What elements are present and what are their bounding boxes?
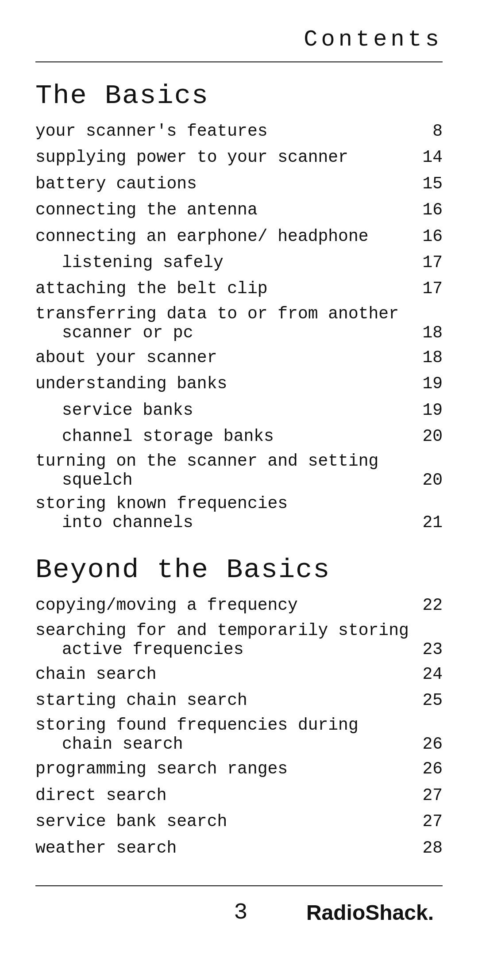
footer: 3 RadioShack. [35,900,443,926]
page-number: 14 [416,146,443,168]
section-heading-basics: The Basics [35,80,443,111]
entry-text: starting chain search [35,689,416,711]
toc-entry-starting-chain-search: starting chain search 25 [35,689,443,711]
entry-text: connecting an earphone/ headphone [35,226,416,247]
page-number: 19 [416,373,443,394]
page-number: 24 [416,663,443,685]
entry-text: supplying power to your scanner [35,146,416,168]
toc-entry: connecting an earphone/ headphone 16 [35,226,443,247]
entry-text: battery cautions [35,173,416,195]
toc-entry: copying/moving a frequency 22 [35,594,443,616]
entry-text-line2: active frequencies [35,640,243,659]
bottom-divider [35,885,443,886]
section-beyond: Beyond the Basics copying/moving a frequ… [35,554,443,859]
toc-entry: channel storage banks 20 [35,425,443,447]
entry-text: service banks [35,399,416,421]
entry-text-line1: transferring data to or from another [35,304,443,323]
page-number: 17 [416,278,443,299]
section-basics: The Basics your scanner's features 8 sup… [35,80,443,532]
brand-text: Radio [306,901,365,924]
entry-text: copying/moving a frequency [35,594,416,616]
toc-entry: weather search 28 [35,837,443,859]
page-number: 20 [416,425,443,447]
toc-entry: about your scanner 18 [35,347,443,368]
toc-entry-connecting-antenna: connecting the antenna 16 [35,199,443,221]
entry-text-line1: turning on the scanner and setting [35,452,443,471]
entry-text: about your scanner [35,347,416,368]
footer-brand: RadioShack. [306,900,434,925]
page-number: 25 [416,689,443,711]
section-heading-beyond: Beyond the Basics [35,554,443,586]
brand-text-shack: Shack [365,901,428,924]
page-number: 18 [416,323,443,342]
toc-entry-storing-frequencies: storing known frequencies into channels … [35,494,443,532]
toc-entry-searching-storing: searching for and temporarily storing ac… [35,621,443,659]
entry-text-line1: storing known frequencies [35,494,443,513]
entry-text: service bank search [35,811,416,832]
page-number: 20 [416,471,443,490]
page-number: 16 [416,226,443,247]
toc-entry-multiline: storing found frequencies during chain s… [35,716,443,754]
entry-text-line2: squelch [35,471,133,490]
toc-entry: listening safely 17 [35,252,443,273]
entry-text: chain search [35,663,416,685]
page-number: 28 [416,837,443,859]
toc-entry: battery cautions 15 [35,173,443,195]
toc-entry: supplying power to your scanner 14 [35,146,443,168]
page-number: 26 [416,758,443,780]
toc-entry: your scanner's features 8 [35,120,443,142]
entry-text: weather search [35,837,416,859]
top-divider [35,61,443,62]
page-title: Contents [35,27,443,53]
page-number: 16 [416,199,443,221]
page-number: 27 [416,811,443,832]
entry-text: connecting the antenna [35,199,416,221]
brand-period: . [428,901,434,924]
page-number: 21 [416,513,443,532]
toc-entry: service bank search 27 [35,811,443,832]
entry-text: understanding banks [35,373,416,394]
entry-text-line1: searching for and temporarily storing [35,621,443,640]
entry-text: your scanner's features [35,120,416,142]
entry-text-line2: chain search [35,735,183,754]
entry-text-line1: storing found frequencies during [35,716,443,735]
page-number: 15 [416,173,443,195]
entry-text: channel storage banks [35,425,416,447]
toc-entry: attaching the belt clip 17 [35,278,443,299]
page-number: 26 [416,735,443,754]
toc-entry-service-banks: service banks 19 [35,399,443,421]
toc-entry: direct search 27 [35,785,443,806]
toc-entry-multiline: turning on the scanner and setting squel… [35,452,443,490]
footer-page-number: 3 [175,900,306,926]
page-number: 17 [416,252,443,273]
page-number: 18 [416,347,443,368]
toc-entry-multiline: transferring data to or from another sca… [35,304,443,342]
entry-text: attaching the belt clip [35,278,416,299]
entry-text-line2: scanner or pc [35,323,193,342]
entry-text: programming search ranges [35,758,416,780]
toc-entry: understanding banks 19 [35,373,443,394]
entry-text: listening safely [35,252,416,273]
entry-text-line2: into channels [35,513,193,532]
page-number: 27 [416,785,443,806]
entry-text: direct search [35,785,416,806]
page-number: 8 [416,120,443,142]
page-number: 22 [416,594,443,616]
toc-entry-chain-search: chain search 24 [35,663,443,685]
page-number: 23 [416,640,443,659]
page-number: 19 [416,399,443,421]
toc-entry-programming-search: programming search ranges 26 [35,758,443,780]
